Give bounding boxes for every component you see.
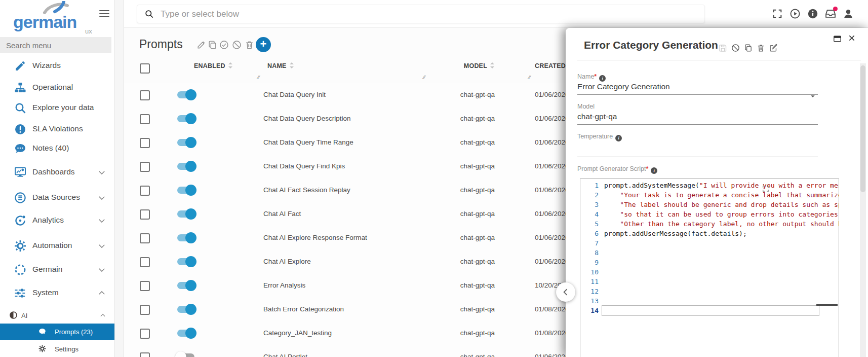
chevron-up-icon[interactable] [97, 289, 106, 298]
disable-icon[interactable] [731, 44, 740, 52]
sidebar-item-settings[interactable]: Settings [0, 341, 114, 357]
enabled-toggle[interactable] [177, 282, 194, 289]
delete-icon[interactable] [245, 40, 254, 50]
info-icon[interactable]: i [651, 167, 657, 174]
sidebar-item-germain[interactable]: Germain [0, 260, 114, 279]
info-icon[interactable] [807, 8, 818, 19]
name-field[interactable]: Error Category Generation [577, 82, 818, 95]
sidebar-scrollbar[interactable] [114, 0, 124, 357]
info-icon[interactable]: i [615, 135, 622, 141]
enabled-toggle[interactable] [177, 210, 194, 218]
enabled-toggle[interactable] [177, 91, 194, 98]
sidebar-search-input[interactable] [0, 37, 111, 53]
add-button[interactable]: + [256, 37, 271, 52]
column-resize-handle[interactable]: // [527, 75, 531, 80]
window-maximize-icon[interactable] [833, 34, 842, 43]
model-select[interactable]: chat-gpt-qa [577, 112, 818, 125]
chevron-down-icon[interactable] [97, 241, 106, 251]
close-icon[interactable] [848, 34, 856, 42]
row-checkbox[interactable] [140, 186, 150, 196]
sidebar-item-data-sources[interactable]: Data Sources [0, 188, 114, 207]
expand-icon[interactable] [762, 185, 770, 193]
sidebar-item-prompts-23[interactable]: Prompts (23) [0, 324, 114, 340]
row-checkbox[interactable] [140, 257, 150, 267]
column-header-name[interactable]: NAME [267, 62, 294, 69]
row-checkbox[interactable] [140, 329, 150, 339]
sidebar-item-notes-40[interactable]: Notes (40) [0, 139, 114, 158]
sidebar-item-analytics[interactable]: Analytics [0, 211, 114, 230]
name-cell: Chat AI Fact [263, 210, 390, 218]
global-search-input[interactable] [160, 5, 668, 23]
sidebar-item-explore-your-data[interactable]: Explore your data [0, 98, 114, 118]
info-icon[interactable]: i [599, 75, 606, 82]
panel-collapse-button[interactable] [556, 282, 575, 302]
select-all-checkbox[interactable] [140, 63, 150, 74]
chevron-up-icon[interactable] [99, 312, 106, 319]
duplicate-icon[interactable] [744, 44, 753, 52]
sidebar-item-automation[interactable]: Automation [0, 236, 114, 256]
enabled-toggle[interactable] [177, 115, 194, 122]
enabled-toggle[interactable] [177, 330, 194, 337]
chevron-down-icon[interactable] [809, 93, 816, 100]
row-checkbox[interactable] [140, 209, 150, 220]
fullscreen-icon[interactable] [772, 8, 783, 19]
row-checkbox[interactable] [140, 114, 150, 124]
enabled-toggle[interactable] [177, 306, 194, 313]
sidebar-item-system[interactable]: System [0, 283, 114, 303]
edit-icon[interactable] [769, 44, 778, 52]
enabled-toggle[interactable] [177, 353, 194, 357]
gear-icon [14, 240, 26, 252]
row-checkbox[interactable] [140, 281, 150, 291]
chevron-down-icon[interactable] [97, 216, 106, 225]
column-header-enabled[interactable]: ENABLED [194, 62, 233, 69]
row-checkbox[interactable] [140, 162, 150, 172]
sort-icon[interactable] [289, 62, 294, 68]
disable-icon[interactable] [232, 40, 242, 50]
column-resize-handle[interactable]: // [422, 75, 425, 80]
gear-icon [38, 345, 46, 352]
delete-icon[interactable] [757, 44, 765, 52]
edit-icon[interactable] [196, 40, 206, 50]
enabled-toggle[interactable] [177, 163, 194, 170]
temperature-field[interactable] [577, 144, 818, 157]
menu-hamburger-icon[interactable] [99, 10, 109, 18]
column-header-created[interactable]: CREATED ( [535, 62, 570, 69]
row-checkbox[interactable] [140, 352, 150, 357]
code-editor[interactable]: 1234567891011121314 prompt.addSystemMess… [580, 178, 839, 357]
created-cell: 01/06/2026 [535, 234, 569, 241]
user-icon[interactable] [843, 8, 854, 19]
sidebar-item-wizards[interactable]: Wizards [0, 56, 114, 76]
save-icon[interactable] [719, 44, 727, 52]
sort-icon[interactable] [228, 62, 233, 68]
row-checkbox[interactable] [140, 233, 150, 243]
duplicate-icon[interactable] [208, 40, 217, 50]
row-checkbox[interactable] [140, 90, 150, 100]
column-header-model[interactable]: MODEL [393, 62, 495, 69]
chevron-down-icon[interactable] [97, 193, 106, 202]
sidebar-item-sla-violations[interactable]: SLA Violations [0, 120, 114, 139]
panel-scrollbar-thumb[interactable] [860, 65, 865, 192]
enabled-toggle[interactable] [177, 258, 194, 265]
row-checkbox[interactable] [140, 305, 150, 315]
enabled-toggle[interactable] [177, 187, 194, 194]
enabled-toggle[interactable] [177, 234, 194, 241]
created-cell: 01/06/2026 [535, 353, 569, 357]
play-icon[interactable] [790, 8, 801, 19]
approve-icon[interactable] [219, 40, 229, 50]
column-resize-handle[interactable]: // [256, 75, 260, 80]
code-line: prompt.addSystemMessage("I will provide … [604, 181, 839, 190]
sort-icon[interactable] [490, 62, 495, 68]
sidebar-item-operational[interactable]: Operational [0, 78, 114, 97]
sidebar-item-dashboards[interactable]: Dashboards [0, 163, 114, 182]
row-checkbox[interactable] [140, 138, 150, 148]
sidebar-section-ai[interactable]: AI [0, 309, 114, 322]
inbox-icon[interactable] [825, 8, 836, 19]
editor-scrollbar-thumb[interactable] [816, 304, 838, 306]
enabled-toggle[interactable] [177, 139, 194, 146]
sidebar-item-label: Notes (40) [32, 144, 69, 153]
created-cell: 01/06/2026 [535, 258, 569, 265]
created-cell: 01/08/2026 [535, 305, 569, 313]
chevron-down-icon[interactable] [97, 265, 106, 274]
chevron-down-icon[interactable] [97, 168, 106, 177]
line-number: 8 [580, 248, 599, 258]
